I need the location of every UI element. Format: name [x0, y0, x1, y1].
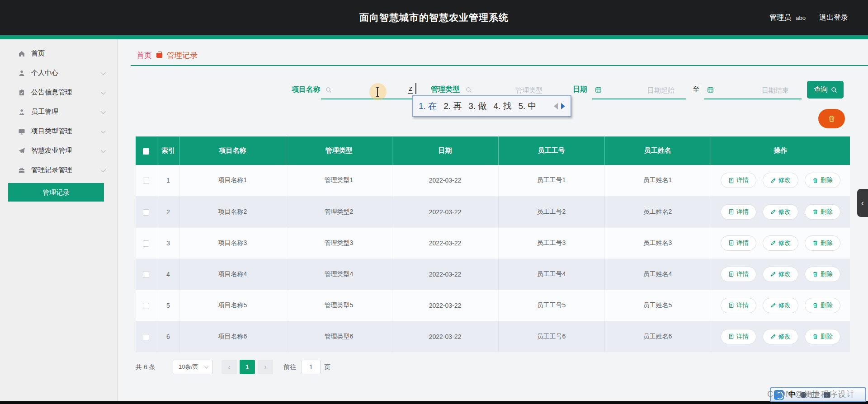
sidebar-item-staff[interactable]: 员工管理	[0, 102, 117, 122]
detail-button[interactable]: 详情	[721, 267, 756, 282]
manage-type-label: 管理类型	[431, 85, 460, 94]
detail-button[interactable]: 详情	[721, 235, 756, 251]
sidebar-item-label: 员工管理	[31, 108, 58, 116]
date-end-field[interactable]	[704, 82, 802, 99]
detail-button[interactable]: 详情	[721, 298, 756, 313]
delete-button[interactable]: 删除	[805, 329, 840, 344]
csdn-watermark: CSDN @便捷程序设计	[767, 389, 855, 399]
row-checkbox[interactable]	[143, 209, 149, 216]
project-name-input[interactable]	[321, 82, 412, 99]
pencil-icon	[770, 334, 776, 339]
detail-button[interactable]: 详情	[721, 329, 756, 344]
cell-index: 3	[157, 227, 179, 258]
sidebar-item-project-types[interactable]: 项目类型管理	[0, 122, 117, 141]
table-row: 6 项目名称6 管理类型6 2022-03-22 员工工号6 员工姓名6 详情 …	[136, 321, 850, 352]
row-checkbox[interactable]	[143, 334, 149, 340]
breadcrumb-home-link[interactable]: 首页	[137, 50, 152, 61]
sidebar-item-announcements[interactable]: 公告信息管理	[0, 83, 117, 102]
cell-date: 2022-03-22	[392, 165, 498, 196]
trash-icon	[812, 240, 818, 246]
chevron-down-icon	[204, 365, 208, 368]
cell-emp-name: 员工姓名1	[604, 165, 711, 196]
ime-candidate-2[interactable]: 2. 再	[443, 100, 462, 112]
cell-emp-id: 员工工号3	[498, 227, 604, 258]
pencil-icon	[770, 271, 776, 277]
sidebar-item-record-active[interactable]: 管理记录	[8, 183, 104, 202]
document-icon	[728, 209, 734, 215]
sidebar-item-label: 智慧农业管理	[31, 146, 72, 155]
delete-button[interactable]: 删除	[805, 298, 840, 313]
row-checkbox[interactable]	[143, 272, 149, 278]
sidebar-item-smart-agriculture[interactable]: 智慧农业管理	[0, 141, 117, 160]
delete-button[interactable]: 删除	[805, 173, 840, 188]
user-icon	[18, 70, 25, 77]
date-start-input[interactable]	[592, 82, 686, 99]
table-header-row: 索引 项目名称 管理类型 日期 员工工号 员工姓名 操作	[136, 136, 850, 165]
delete-button[interactable]: 删除	[805, 235, 840, 251]
document-icon	[728, 240, 734, 246]
ime-next-page-icon[interactable]	[561, 103, 565, 109]
page-size-select[interactable]: 10条/页	[173, 360, 212, 374]
ime-prev-page-icon[interactable]	[554, 103, 558, 109]
cell-type: 管理类型2	[286, 196, 392, 227]
trash-icon	[812, 302, 818, 308]
pencil-icon	[770, 178, 776, 183]
row-checkbox[interactable]	[143, 303, 149, 309]
cell-index: 6	[157, 321, 179, 352]
cell-emp-name: 员工姓名6	[604, 321, 711, 352]
prev-page-button[interactable]: ‹	[222, 360, 237, 374]
edit-button[interactable]: 修改	[763, 267, 798, 282]
delete-button[interactable]: 删除	[805, 204, 840, 220]
home-icon	[18, 50, 25, 57]
top-header: 面向智慧城市的智慧农业管理系统 管理员 abo 退出登录	[0, 0, 868, 35]
pencil-icon	[770, 209, 776, 215]
cell-emp-name: 员工姓名2	[604, 196, 711, 227]
date-start-field[interactable]	[592, 82, 686, 99]
briefcase-icon	[18, 167, 25, 174]
goto-page-input[interactable]	[302, 360, 321, 374]
chevron-down-icon	[101, 167, 106, 172]
app-title: 面向智慧城市的智慧农业管理系统	[0, 0, 868, 35]
edit-button[interactable]: 修改	[763, 298, 798, 313]
ime-candidate-1[interactable]: 1. 在	[419, 100, 437, 112]
logout-button[interactable]: 退出登录	[819, 13, 848, 23]
sidebar-item-home[interactable]: 首页	[0, 44, 117, 63]
ime-candidate-3[interactable]: 3. 做	[468, 100, 486, 112]
delete-button[interactable]: 删除	[805, 267, 840, 282]
pencil-icon	[770, 302, 776, 308]
header-project: 项目名称	[179, 136, 286, 165]
table-row: 4 项目名称4 管理类型4 2022-03-22 员工工号4 员工姓名4 详情 …	[136, 258, 850, 290]
ime-composition-text: z	[408, 84, 413, 94]
query-button[interactable]: 查询	[807, 81, 844, 99]
cell-date: 2022-03-22	[392, 290, 498, 321]
table-row: 3 项目名称3 管理类型3 2022-03-22 员工工号3 员工姓名3 详情 …	[136, 227, 850, 258]
edit-button[interactable]: 修改	[763, 235, 798, 251]
edit-button[interactable]: 修改	[763, 173, 798, 188]
next-page-button[interactable]: ›	[258, 360, 273, 374]
ime-candidate-4[interactable]: 4. 找	[493, 100, 511, 112]
edit-button[interactable]: 修改	[763, 329, 798, 344]
goto-label: 前往	[283, 363, 296, 371]
bottom-taskbar-strip	[0, 401, 868, 404]
project-name-field[interactable]	[321, 82, 412, 99]
document-icon	[728, 334, 734, 339]
detail-button[interactable]: 详情	[721, 173, 756, 188]
row-checkbox[interactable]	[143, 240, 149, 247]
cell-date: 2022-03-22	[392, 196, 498, 227]
panel-collapse-toggle[interactable]: ‹	[857, 189, 868, 217]
chevron-left-icon: ‹	[861, 198, 864, 208]
row-checkbox[interactable]	[143, 178, 149, 184]
cell-type: 管理类型3	[286, 227, 392, 258]
sidebar-item-management-records[interactable]: 管理记录管理	[0, 160, 117, 180]
current-page-button[interactable]: 1	[240, 360, 255, 374]
detail-button[interactable]: 详情	[721, 204, 756, 220]
trash-icon	[828, 115, 835, 122]
document-icon	[728, 271, 734, 277]
batch-delete-button[interactable]	[818, 109, 845, 128]
sidebar-item-profile[interactable]: 个人中心	[0, 63, 117, 83]
date-end-input[interactable]	[704, 82, 802, 99]
select-all-checkbox[interactable]	[143, 148, 149, 155]
ime-candidate-5[interactable]: 5. 中	[519, 100, 537, 112]
cell-emp-id: 员工工号6	[498, 321, 604, 352]
edit-button[interactable]: 修改	[763, 204, 798, 220]
